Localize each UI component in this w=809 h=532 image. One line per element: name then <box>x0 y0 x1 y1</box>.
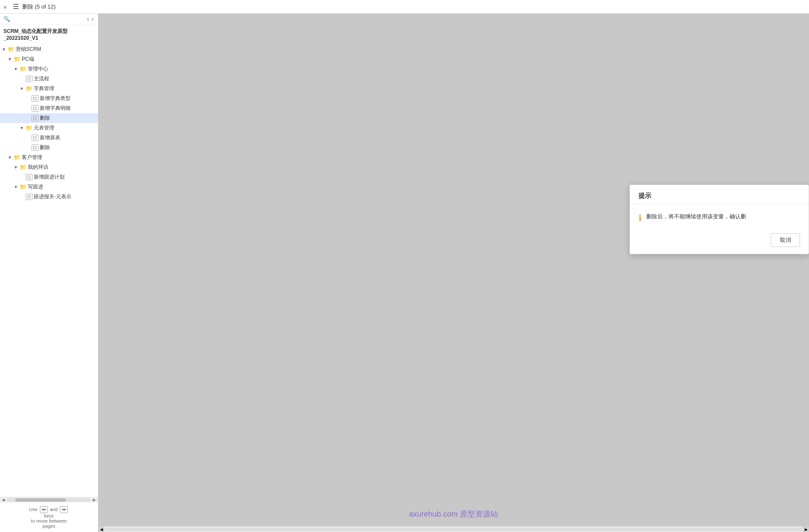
next-key: ➡ <box>60 506 68 513</box>
tree-arrow: ▼ <box>2 47 8 52</box>
sidebar-scrollbar[interactable]: ◀ ▶ <box>0 497 98 502</box>
window-title: 删除 (5 of 12) <box>22 3 56 11</box>
content-scroll-right[interactable]: ▶ <box>803 526 809 532</box>
folder-icon: 📁 <box>20 66 26 72</box>
tree-item-ybgl[interactable]: ▼📁元表管理 <box>0 123 98 133</box>
tree-item-sc1[interactable]: ⊡删除 <box>0 113 98 123</box>
content-area: axurehub.com 原型资源站 提示 ℹ 删除后，将不能继续使用该变量，确… <box>98 14 809 532</box>
tree-label: 字典管理 <box>34 85 54 92</box>
project-title: SCRM_动态化配置开发原型_20221020_V1 <box>0 24 98 43</box>
folder-icon: 📁 <box>26 125 32 131</box>
sidebar: 🔍 ‹ › SCRM_动态化配置开发原型_20221020_V1 ▼📁营销SCR… <box>0 14 98 532</box>
page-icon: ⊡ <box>26 76 32 82</box>
close-button[interactable]: × <box>3 4 9 10</box>
dialog-body: ℹ 删除后，将不能继续使用该变量，确认删 <box>630 204 809 230</box>
folder-icon: 📁 <box>20 164 26 170</box>
sidebar-search-bar: 🔍 ‹ › <box>0 14 98 24</box>
dialog-info-icon: ℹ <box>638 213 642 223</box>
prev-key: ⬅ <box>40 506 48 513</box>
scroll-left-arrow[interactable]: ◀ <box>2 497 5 502</box>
tree-item-xgj[interactable]: ▼📁写跟进 <box>0 182 98 192</box>
keys-text: keys <box>44 513 54 518</box>
cancel-button[interactable]: 取消 <box>771 233 800 247</box>
nav-next-button[interactable]: › <box>91 15 94 22</box>
dialog-message: 删除后，将不能继续使用该变量，确认删 <box>646 212 746 221</box>
tree-arrow: ▼ <box>14 165 20 170</box>
search-input[interactable] <box>12 16 85 22</box>
folder-icon: 📁 <box>14 56 21 62</box>
search-icon: 🔍 <box>3 16 10 22</box>
tree-label: 我的拜访 <box>28 164 48 171</box>
tree-label: 管理中心 <box>28 65 48 73</box>
to-move-text: to move between <box>31 518 67 523</box>
tree-label: 跟进报关-元表示 <box>34 193 71 200</box>
watermark: axurehub.com 原型资源站 <box>409 509 498 519</box>
tree-item-yxscrm[interactable]: ▼📁营销SCRM <box>0 44 98 54</box>
content-scroll-left[interactable]: ◀ <box>98 526 104 532</box>
tree-item-wdbf[interactable]: ▼📁我的拜访 <box>0 162 98 172</box>
page-icon: ⊡ <box>32 105 38 112</box>
tree-item-khgl[interactable]: ▼📁客户管理 <box>0 153 98 162</box>
tree-item-xzyb[interactable]: ⊡新增原表 <box>0 133 98 143</box>
tree-item-zlc[interactable]: ⊡主流程 <box>0 74 98 84</box>
folder-icon: 📁 <box>20 184 26 190</box>
nav-prev-button[interactable]: ‹ <box>86 15 90 22</box>
folder-icon: 📁 <box>26 85 32 92</box>
sidebar-hint: Use ⬅ and ➡ keys to move between pages <box>0 502 98 532</box>
tree-label: 元表管理 <box>34 124 54 132</box>
page-icon: ⊡ <box>26 174 32 180</box>
tree-label: 删除 <box>40 115 50 122</box>
folder-icon: 📁 <box>14 154 21 161</box>
tree-label: 删除 <box>40 144 50 151</box>
page-icon: ⊡ <box>32 95 38 102</box>
tree-label: 新增跟进计划 <box>34 173 65 181</box>
pages-text: pages <box>43 523 56 529</box>
scroll-right-arrow[interactable]: ▶ <box>93 497 96 502</box>
tree-label: 客户管理 <box>22 154 42 161</box>
tree-label: PC端 <box>22 56 34 63</box>
content-scroll-track <box>105 528 802 531</box>
page-icon: ⊡ <box>32 135 38 141</box>
tree-label: 新增字典明细 <box>40 105 71 112</box>
tree-item-sc2[interactable]: ⊡删除 <box>0 143 98 153</box>
tree-label: 新增原表 <box>40 134 60 141</box>
tree-arrow: ▼ <box>8 155 14 160</box>
folder-icon: 📁 <box>8 46 15 53</box>
tree-label: 写跟进 <box>28 183 43 191</box>
content-scrollbar[interactable]: ◀ ▶ <box>98 526 809 532</box>
tree-arrow: ▼ <box>20 126 26 130</box>
tree-item-xzgjjh[interactable]: ⊡新增跟进计划 <box>0 172 98 182</box>
page-icon: ⊡ <box>32 144 38 151</box>
nav-arrows: ‹ › <box>86 15 94 22</box>
page-icon: ⊡ <box>32 115 38 121</box>
tree-item-glzx[interactable]: ▼📁管理中心 <box>0 64 98 74</box>
tree-arrow: ▼ <box>20 86 26 91</box>
tree-item-zdgl[interactable]: ▼📁字典管理 <box>0 84 98 94</box>
tree-label: 营销SCRM <box>16 46 41 53</box>
dialog-header: 提示 <box>630 185 809 204</box>
scroll-track <box>7 498 91 502</box>
and-text: and <box>50 507 58 512</box>
tree-container: ▼📁营销SCRM▼📁PC端▼📁管理中心 ⊡主流程▼📁字典管理 ⊡新增字典类型 ⊡… <box>0 43 98 497</box>
tree-arrow: ▼ <box>8 57 14 62</box>
use-text: Use <box>29 507 38 512</box>
dialog: 提示 ℹ 删除后，将不能继续使用该变量，确认删 取消 <box>630 185 809 254</box>
scroll-thumb <box>15 498 66 502</box>
main-layout: 🔍 ‹ › SCRM_动态化配置开发原型_20221020_V1 ▼📁营销SCR… <box>0 14 809 532</box>
tree-label: 主流程 <box>34 75 49 82</box>
menu-button[interactable]: ☰ <box>13 3 19 11</box>
tree-item-xzzxmx[interactable]: ⊡新增字典明细 <box>0 103 98 113</box>
tree-label: 新增字典类型 <box>40 95 71 102</box>
tree-item-gjbg[interactable]: ⊡跟进报关-元表示 <box>0 192 98 202</box>
tree-arrow: ▼ <box>14 185 20 189</box>
tree-arrow: ▼ <box>14 67 20 71</box>
dialog-footer: 取消 <box>630 230 809 254</box>
tree-item-pcd[interactable]: ▼📁PC端 <box>0 54 98 64</box>
title-bar: × ☰ 删除 (5 of 12) <box>0 0 809 14</box>
tree-item-xzzxlx[interactable]: ⊡新增字典类型 <box>0 94 98 103</box>
page-icon: ⊡ <box>26 194 32 200</box>
